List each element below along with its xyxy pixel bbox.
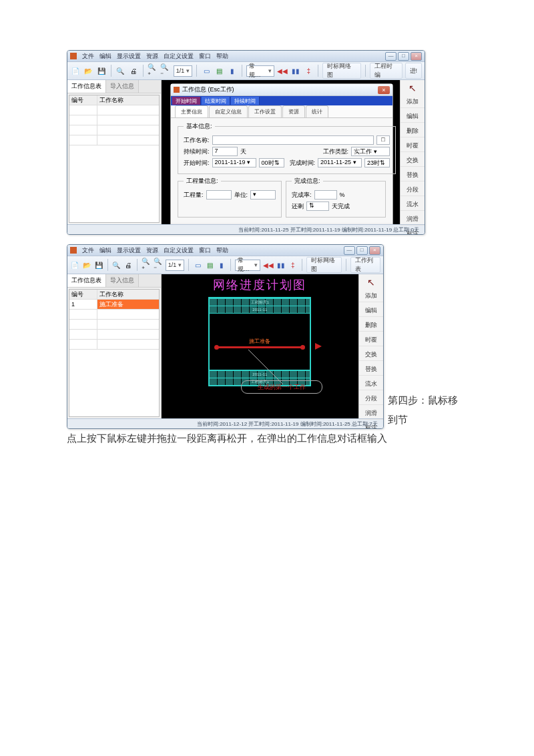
rp-add[interactable]: 添加 <box>359 290 383 302</box>
timebar-button[interactable]: 时标网络图 <box>306 257 342 273</box>
menu-file[interactable]: 文件 <box>82 246 94 255</box>
rect-icon[interactable]: ▭ <box>193 260 202 270</box>
menu-window[interactable]: 窗口 <box>199 52 211 61</box>
dlg-tab-resource[interactable]: 资源 <box>282 105 305 117</box>
menu-window[interactable]: 窗口 <box>199 246 211 255</box>
menu-file[interactable]: 文件 <box>82 52 94 61</box>
open-folder-icon[interactable]: 📂 <box>83 65 94 76</box>
rp-swap[interactable]: 交换 <box>359 349 383 361</box>
drawing-canvas-2[interactable]: 网络进度计划图 工程标尺1 2011-11 施工准备 2011-11 工程标尺1 <box>162 274 358 418</box>
dlg-tab-settings[interactable]: 工作设置 <box>248 105 282 117</box>
style-combo[interactable]: 常规… <box>246 65 274 77</box>
menu-help[interactable]: 帮助 <box>216 52 228 61</box>
rect-icon[interactable]: ▭ <box>201 65 212 76</box>
rp-smooth[interactable]: 润滑 <box>400 214 425 226</box>
dlg-tab-custom[interactable]: 自定义信息 <box>209 105 248 117</box>
rp-delete[interactable]: 删除 <box>400 125 425 137</box>
window-min-button[interactable]: — <box>344 246 355 255</box>
worklist-button[interactable]: 工程时编 <box>370 63 403 79</box>
time-start[interactable]: 00时⇅ <box>259 158 284 167</box>
menu-custom[interactable]: 自定义设置 <box>164 52 194 61</box>
rp-split[interactable]: 分段 <box>359 393 383 405</box>
time-end[interactable]: 23时⇅ <box>364 158 390 167</box>
date-end[interactable]: 2011-11-25 ▾ <box>318 158 362 167</box>
select-unit[interactable]: ▾ <box>250 190 276 200</box>
save-icon[interactable]: 💾 <box>96 65 107 76</box>
rp-smooth[interactable]: 润滑 <box>359 408 383 420</box>
window-max-button[interactable]: □ <box>398 52 409 61</box>
save-icon[interactable]: 💾 <box>94 260 103 270</box>
cursor-tool-icon[interactable]: ↖ <box>367 277 375 288</box>
resource-icon[interactable]: ▮ <box>227 65 238 76</box>
new-file-icon[interactable]: 📄 <box>70 260 79 270</box>
zoom-out-icon[interactable]: 🔍⁻ <box>160 65 171 76</box>
new-file-icon[interactable]: 📄 <box>70 65 81 76</box>
menu-help[interactable]: 帮助 <box>216 246 228 255</box>
marker-icon[interactable]: ‡ <box>303 65 314 76</box>
print-icon[interactable]: 🖨 <box>123 260 133 270</box>
dlg-tab-stats[interactable]: 统计 <box>306 105 328 117</box>
window-close-button[interactable]: × <box>411 52 422 61</box>
align-icon[interactable]: ▮▮ <box>276 260 286 270</box>
more-button[interactable]: 进! <box>405 63 423 79</box>
rp-flow[interactable]: 流水 <box>359 378 383 390</box>
marker-icon[interactable]: ‡ <box>288 260 298 270</box>
drawing-canvas[interactable]: 工作信息 (Esc工作) × 开始时间 结束时间 持续时间 主要信息 自定义信息… <box>162 80 400 224</box>
rp-split[interactable]: 分段 <box>400 184 425 196</box>
tab-work-info[interactable]: 工作信息表 <box>67 80 106 93</box>
rp-edit[interactable]: 编辑 <box>359 305 383 317</box>
menu-edit[interactable]: 编辑 <box>99 246 111 255</box>
menu-custom[interactable]: 自定义设置 <box>164 246 194 255</box>
menu-display[interactable]: 显示设置 <box>117 246 141 255</box>
date-start[interactable]: 2011-11-19 ▾ <box>212 158 256 167</box>
input-work-name[interactable] <box>212 135 374 145</box>
print-preview-icon[interactable]: 🔍 <box>115 65 126 76</box>
menu-edit[interactable]: 编辑 <box>99 52 111 61</box>
grid-row-1[interactable]: 1 施工准备 <box>69 300 159 310</box>
zoom-in-icon[interactable]: 🔍⁺ <box>142 260 151 270</box>
cursor-tool-icon[interactable]: ↖ <box>409 83 417 93</box>
input-done[interactable] <box>314 190 337 200</box>
input-qty[interactable] <box>206 190 232 200</box>
work-grid-2[interactable]: 编号 工作名称 1 施工准备 <box>69 289 160 417</box>
rp-swap[interactable]: 交换 <box>400 155 425 167</box>
input-work-name-index[interactable]: □ <box>376 135 390 145</box>
rp-replace[interactable]: 替换 <box>359 364 383 376</box>
print-icon[interactable]: 🖨 <box>128 65 139 76</box>
zoom-combo[interactable]: 1/1 <box>174 65 193 77</box>
left-arrow-icon[interactable]: ◀◀ <box>277 65 288 76</box>
menu-display[interactable]: 显示设置 <box>117 52 141 61</box>
align-icon[interactable]: ▮▮ <box>290 65 301 76</box>
window-min-button[interactable]: — <box>385 52 396 61</box>
window-titlebar-2[interactable]: 文件 编辑 显示设置 资源 自定义设置 窗口 帮助 — □ × <box>67 245 383 256</box>
menu-resource[interactable]: 资源 <box>146 52 158 61</box>
chart-icon[interactable]: ▤ <box>205 260 214 270</box>
dialog-close-button[interactable]: × <box>378 86 390 94</box>
timebar-button[interactable]: 时标网络图 <box>322 63 361 79</box>
work-grid[interactable]: 编号 工作名称 <box>69 95 160 223</box>
left-arrow-icon[interactable]: ◀◀ <box>263 260 274 270</box>
window-max-button[interactable]: □ <box>356 246 368 255</box>
rp-flow[interactable]: 流水 <box>400 199 425 211</box>
zoom-combo[interactable]: 1/1 <box>166 260 185 271</box>
tab-work-info[interactable]: 工作信息表 <box>67 274 106 287</box>
rp-delete[interactable]: 删除 <box>359 320 383 332</box>
style-combo[interactable]: 常规… <box>235 260 260 271</box>
select-type[interactable]: 实工作 ▾ <box>351 147 390 156</box>
window-titlebar[interactable]: 文件 编辑 显示设置 资源 自定义设置 窗口 帮助 — □ × <box>67 51 425 62</box>
zoom-in-icon[interactable]: 🔍⁺ <box>148 65 158 76</box>
dialog-titlebar[interactable]: 工作信息 (Esc工作) × <box>171 84 392 96</box>
worklist-button[interactable]: 工作列表 <box>350 257 380 273</box>
rp-time[interactable]: 时覆 <box>400 140 425 152</box>
rp-edit[interactable]: 编辑 <box>400 111 425 123</box>
rp-add[interactable]: 添加 <box>400 96 425 108</box>
bluebar-duration[interactable]: 持续时间 <box>231 97 260 105</box>
bluebar-end[interactable]: 结束时间 <box>202 97 230 105</box>
tab-import-info[interactable]: 导入信息 <box>106 80 139 93</box>
input-duration[interactable]: 7 <box>212 147 238 156</box>
bluebar-start[interactable]: 开始时间 <box>172 97 201 105</box>
rp-replace[interactable]: 替换 <box>400 169 425 181</box>
chart-icon[interactable]: ▤ <box>214 65 225 76</box>
rp-time[interactable]: 时覆 <box>359 334 383 346</box>
input-remain[interactable]: ⇅ <box>306 202 329 211</box>
